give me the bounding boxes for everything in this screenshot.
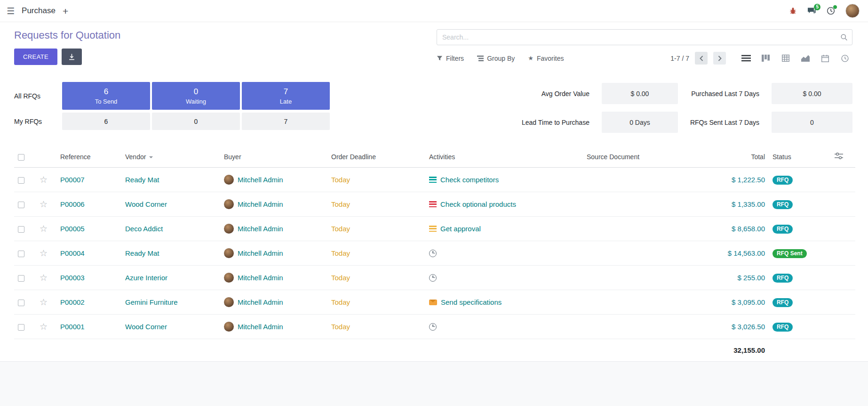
activities-clock-icon[interactable] <box>827 7 835 15</box>
search-icon[interactable] <box>840 33 848 42</box>
activity-icon[interactable] <box>429 201 437 207</box>
table-row[interactable]: ☆ P00004 Ready Mat Mitchell Admin Today … <box>14 241 855 266</box>
reference-link[interactable]: P00005 <box>60 225 85 233</box>
activity-label[interactable]: Send specifications <box>441 298 502 306</box>
my-tile-waiting[interactable]: 0 <box>152 113 240 130</box>
create-button[interactable]: CREATE <box>14 49 57 65</box>
vendor-link[interactable]: Ready Mat <box>125 249 159 257</box>
activity-email-icon[interactable] <box>429 300 437 305</box>
tile-to-send[interactable]: 6 To Send <box>62 82 150 110</box>
status-badge: RFQ <box>772 298 793 307</box>
buyer-link[interactable]: Mitchell Admin <box>238 249 283 257</box>
vendor-link[interactable]: Wood Corner <box>125 323 167 331</box>
table-row[interactable]: ☆ P00006 Wood Corner Mitchell Admin Toda… <box>14 192 855 217</box>
reference-link[interactable]: P00006 <box>60 200 85 208</box>
activity-label[interactable]: Check optional products <box>440 200 516 208</box>
row-checkbox[interactable] <box>18 324 24 331</box>
favorite-star-icon[interactable]: ☆ <box>40 297 48 307</box>
view-activity-icon[interactable] <box>837 51 852 65</box>
my-tile-late[interactable]: 7 <box>242 113 330 130</box>
table-row[interactable]: ☆ P00005 Deco Addict Mitchell Admin Toda… <box>14 217 855 241</box>
buyer-link[interactable]: Mitchell Admin <box>238 200 283 208</box>
reference-link[interactable]: P00002 <box>60 298 85 306</box>
header-total[interactable]: Total <box>697 146 769 168</box>
favorite-star-icon[interactable]: ☆ <box>40 224 48 234</box>
activity-icon[interactable] <box>429 226 437 232</box>
reference-link[interactable]: P00003 <box>60 274 85 282</box>
activity-clock-icon[interactable] <box>429 274 437 282</box>
activity-label[interactable]: Check competitors <box>440 176 499 184</box>
vendor-link[interactable]: Deco Addict <box>125 225 163 233</box>
export-download-button[interactable] <box>62 49 82 65</box>
favorite-star-icon[interactable]: ☆ <box>40 199 48 209</box>
favorite-star-icon[interactable]: ☆ <box>40 175 48 185</box>
group-by-button[interactable]: Group By <box>477 55 515 62</box>
header-activities[interactable]: Activities <box>425 146 583 168</box>
buyer-link[interactable]: Mitchell Admin <box>238 323 283 331</box>
header-vendor[interactable]: Vendor <box>121 146 220 168</box>
status-badge: RFQ <box>772 200 793 209</box>
app-name[interactable]: Purchase <box>22 6 56 16</box>
table-row[interactable]: ☆ P00007 Ready Mat Mitchell Admin Today … <box>14 168 855 192</box>
user-avatar[interactable] <box>845 4 860 18</box>
view-graph-icon[interactable] <box>797 51 813 65</box>
messages-badge: 5 <box>814 4 820 10</box>
table-row[interactable]: ☆ P00001 Wood Corner Mitchell Admin Toda… <box>14 315 855 339</box>
vendor-link[interactable]: Wood Corner <box>125 200 167 208</box>
filters-button[interactable]: Filters <box>437 55 464 62</box>
row-checkbox[interactable] <box>18 300 24 306</box>
vendor-link[interactable]: Ready Mat <box>125 176 159 184</box>
buyer-link[interactable]: Mitchell Admin <box>238 298 283 306</box>
favorite-star-icon[interactable]: ☆ <box>40 322 48 332</box>
order-deadline-value: Today <box>331 176 350 184</box>
view-pivot-icon[interactable] <box>778 51 793 65</box>
row-checkbox[interactable] <box>18 251 24 257</box>
favorites-button[interactable]: ★ Favorites <box>528 55 564 62</box>
view-list-icon[interactable] <box>738 51 754 65</box>
favorite-star-icon[interactable]: ☆ <box>40 273 48 283</box>
row-checkbox[interactable] <box>18 275 24 282</box>
buyer-link[interactable]: Mitchell Admin <box>238 274 283 282</box>
header-status[interactable]: Status <box>769 146 831 168</box>
header-buyer[interactable]: Buyer <box>220 146 327 168</box>
buyer-link[interactable]: Mitchell Admin <box>238 176 283 184</box>
reference-link[interactable]: P00007 <box>60 176 85 184</box>
tile-late[interactable]: 7 Late <box>242 82 330 110</box>
tile-waiting[interactable]: 0 Waiting <box>152 82 240 110</box>
pager-next-button[interactable] <box>713 52 726 65</box>
vendor-link[interactable]: Gemini Furniture <box>125 298 178 306</box>
favorite-star-icon[interactable]: ☆ <box>40 248 48 258</box>
row-checkbox[interactable] <box>18 177 24 184</box>
debug-bug-icon[interactable] <box>789 7 797 15</box>
header-source-document[interactable]: Source Document <box>583 146 697 168</box>
view-kanban-icon[interactable] <box>758 51 773 65</box>
activity-icon[interactable] <box>429 177 437 183</box>
buyer-link[interactable]: Mitchell Admin <box>238 225 283 233</box>
vendor-link[interactable]: Azure Interior <box>125 274 167 282</box>
row-checkbox[interactable] <box>18 202 24 208</box>
plus-icon[interactable]: + <box>63 6 68 16</box>
messages-icon[interactable]: 5 <box>807 7 816 15</box>
total-amount: $ 8,658.00 <box>732 225 765 233</box>
view-calendar-icon[interactable] <box>817 51 833 65</box>
table-row[interactable]: ☆ P00003 Azure Interior Mitchell Admin T… <box>14 266 855 290</box>
pager-previous-button[interactable] <box>695 52 708 65</box>
header-order-deadline[interactable]: Order Deadline <box>327 146 425 168</box>
row-checkbox[interactable] <box>18 226 24 233</box>
activity-clock-icon[interactable] <box>429 323 437 331</box>
apps-menu-icon[interactable]: ☰ <box>7 7 15 16</box>
table-row[interactable]: ☆ P00002 Gemini Furniture Mitchell Admin… <box>14 290 855 315</box>
activity-clock-icon[interactable] <box>429 250 437 257</box>
total-amount: $ 255.00 <box>738 274 765 282</box>
my-tile-to-send[interactable]: 6 <box>62 113 150 130</box>
select-all-checkbox[interactable] <box>18 154 24 161</box>
optional-columns-button[interactable] <box>831 146 855 168</box>
empty-area <box>0 361 868 406</box>
buyer-avatar <box>224 175 234 185</box>
reference-link[interactable]: P00001 <box>60 323 85 331</box>
header-reference[interactable]: Reference <box>56 146 121 168</box>
activity-label[interactable]: Get approval <box>440 225 481 233</box>
search-input[interactable] <box>437 29 852 45</box>
reference-link[interactable]: P00004 <box>60 249 85 257</box>
table-footer-row: 32,155.00 <box>14 339 855 362</box>
